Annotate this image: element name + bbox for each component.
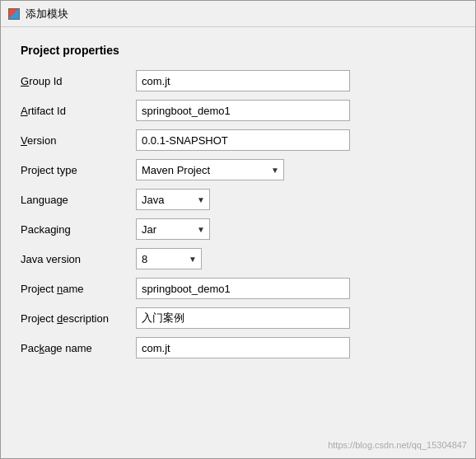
- main-window: 添加模块 Project properties Group IdArtifact…: [0, 0, 476, 459]
- field-wrapper-artifact-id: [136, 100, 455, 121]
- label-packaging: Packaging: [21, 223, 136, 236]
- field-wrapper-project-type: Maven ProjectGradle Project▼: [136, 159, 455, 180]
- label-group-id: Group Id: [21, 75, 136, 87]
- label-artifact-id: Artifact Id: [21, 105, 136, 117]
- window-title: 添加模块: [26, 7, 68, 21]
- input-version[interactable]: [136, 129, 350, 151]
- input-project-name[interactable]: [136, 278, 350, 299]
- label-language: Language: [21, 194, 136, 206]
- field-wrapper-project-description: [136, 307, 455, 329]
- title-bar: 添加模块: [1, 1, 475, 27]
- content-area: Project properties Group IdArtifact IdVe…: [1, 27, 475, 458]
- input-package-name[interactable]: [136, 337, 350, 358]
- select-language[interactable]: JavaKotlinGroovy: [136, 189, 210, 210]
- label-java-version: Java version: [21, 253, 136, 265]
- label-project-name: Project name: [21, 283, 136, 295]
- label-package-name: Package name: [21, 342, 136, 354]
- input-group-id[interactable]: [136, 70, 350, 91]
- label-version: Version: [21, 134, 136, 147]
- select-wrapper-packaging: JarWar▼: [136, 218, 210, 240]
- input-project-description[interactable]: [136, 307, 350, 329]
- label-project-type: Project type: [21, 164, 136, 176]
- window-icon: [7, 7, 21, 21]
- field-wrapper-java-version: 81117▼: [136, 248, 455, 269]
- section-title: Project properties: [21, 44, 455, 57]
- field-wrapper-language: JavaKotlinGroovy▼: [136, 189, 455, 210]
- field-wrapper-project-name: [136, 278, 455, 299]
- field-wrapper-package-name: [136, 337, 455, 358]
- watermark: https://blog.csdn.net/qq_15304847: [328, 440, 467, 450]
- field-wrapper-version: [136, 129, 455, 151]
- select-wrapper-project-type: Maven ProjectGradle Project▼: [136, 159, 284, 180]
- input-artifact-id[interactable]: [136, 100, 350, 121]
- select-wrapper-java-version: 81117▼: [136, 248, 202, 269]
- label-project-description: Project description: [21, 312, 136, 325]
- field-wrapper-group-id: [136, 70, 455, 91]
- select-wrapper-language: JavaKotlinGroovy▼: [136, 189, 210, 210]
- field-wrapper-packaging: JarWar▼: [136, 218, 455, 240]
- form-grid: Group IdArtifact IdVersionProject typeMa…: [21, 70, 455, 358]
- select-java-version[interactable]: 81117: [136, 248, 202, 269]
- select-packaging[interactable]: JarWar: [136, 218, 210, 240]
- select-project-type[interactable]: Maven ProjectGradle Project: [136, 159, 284, 180]
